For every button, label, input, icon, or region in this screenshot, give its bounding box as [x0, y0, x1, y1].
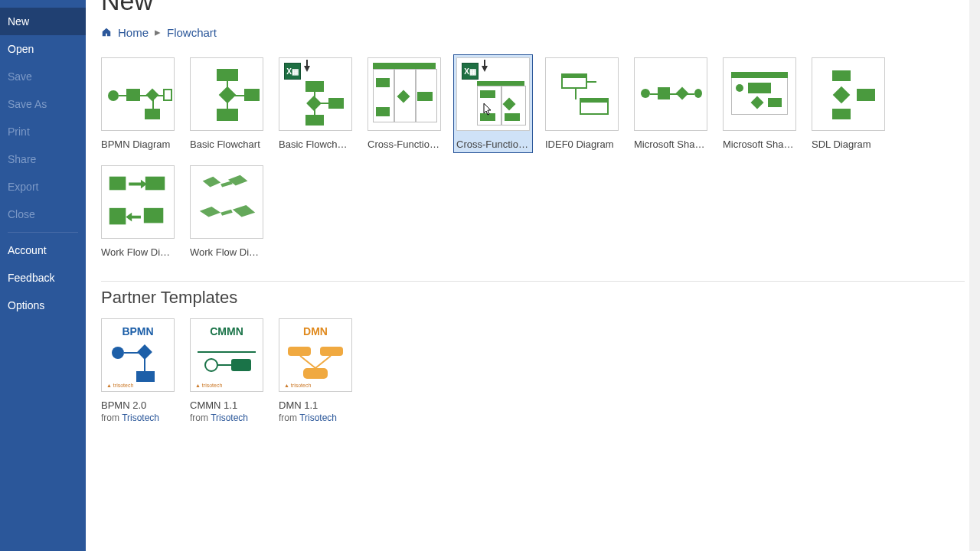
trisotech-logo: ▲ trisotech	[106, 383, 133, 388]
partner-vendor: from Trisotech	[279, 412, 352, 423]
svg-point-14	[205, 359, 217, 371]
partner-dmn[interactable]: DMN ▲ trisotech DMN 1.1 from Trisotech	[279, 318, 352, 423]
trisotech-logo: ▲ trisotech	[284, 383, 311, 388]
svg-rect-21	[303, 368, 328, 379]
template-thumb	[101, 165, 175, 239]
nav-open[interactable]: Open	[0, 35, 86, 63]
nav-feedback[interactable]: Feedback	[0, 264, 86, 292]
nav-new[interactable]: New	[0, 8, 86, 35]
svg-line-20	[300, 356, 315, 368]
import-arrow-icon	[304, 66, 310, 72]
template-thumb	[812, 57, 885, 131]
template-label: Work Flow Diagr...	[190, 246, 263, 258]
excel-icon: X▦	[284, 63, 301, 80]
svg-marker-4	[203, 177, 221, 187]
nav-label: Feedback	[8, 272, 54, 284]
nav-label: Save As	[8, 98, 47, 110]
nav-account[interactable]: Account	[0, 236, 86, 264]
nav-label: Export	[8, 181, 38, 193]
svg-rect-13	[198, 351, 256, 353]
chevron-right-icon: ▸	[155, 25, 161, 39]
vendor-link[interactable]: Trisotech	[122, 412, 159, 423]
nav-save-as: Save As	[0, 90, 86, 118]
template-thumb	[723, 57, 796, 131]
template-idef0-diagram[interactable]: IDEF0 Diagram	[545, 57, 619, 150]
template-cross-functional-data[interactable]: X▦ Cross-Functional...	[453, 54, 533, 153]
svg-point-8	[112, 347, 124, 359]
template-cross-functional[interactable]: Cross-Functional...	[368, 57, 441, 150]
template-thumb: X▦	[456, 57, 530, 131]
template-label: Microsoft Share...	[634, 139, 707, 150]
template-thumb	[368, 57, 441, 131]
excel-icon: X▦	[462, 63, 479, 80]
template-workflow-diagram-3d[interactable]: Work Flow Diagr...	[190, 165, 263, 258]
partner-thumb: DMN ▲ trisotech	[279, 318, 352, 392]
backstage-sidebar: New Open Save Save As Print Share Export…	[0, 0, 86, 551]
partner-label: DMN 1.1	[279, 399, 352, 411]
nav-share: Share	[0, 145, 86, 173]
breadcrumb-home[interactable]: Home	[118, 26, 149, 39]
template-thumb	[101, 57, 175, 131]
import-arrow-icon	[482, 66, 488, 72]
partner-bpmn[interactable]: BPMN ▲ trisotech BPMN 2.0 from Trisotech	[101, 318, 175, 423]
partner-thumb: CMMN ▲ trisotech	[190, 318, 263, 392]
template-thumb	[190, 165, 263, 239]
template-label: SDL Diagram	[812, 139, 885, 150]
svg-line-19	[315, 356, 331, 368]
partner-thumb-title: BPMN	[122, 325, 153, 337]
template-label: Microsoft Share...	[723, 139, 796, 150]
template-bpmn-diagram[interactable]: BPMN Diagram	[101, 57, 175, 150]
partner-templates-heading: Partner Templates	[101, 288, 965, 308]
nav-label: Options	[8, 299, 44, 311]
template-thumb	[545, 57, 619, 131]
main-content: New Home ▸ Flowchart BPMN Diagram	[86, 0, 980, 551]
nav-label: Close	[8, 208, 35, 220]
partner-thumb-title: DMN	[303, 325, 328, 337]
partner-templates-grid: BPMN ▲ trisotech BPMN 2.0 from Trisotech…	[101, 318, 965, 423]
template-label: BPMN Diagram	[101, 139, 175, 150]
template-label: Cross-Functional...	[368, 139, 441, 150]
template-thumb: X▦	[279, 57, 352, 131]
vendor-link[interactable]: Trisotech	[299, 412, 337, 423]
nav-label: Save	[8, 70, 32, 83]
svg-marker-7	[233, 205, 255, 217]
partner-thumb: BPMN ▲ trisotech	[101, 318, 175, 392]
partner-cmmn[interactable]: CMMN ▲ trisotech CMMN 1.1 from Trisotech	[190, 318, 263, 423]
vertical-scrollbar[interactable]	[969, 0, 980, 551]
template-sharepoint-workflow-2[interactable]: Microsoft Share...	[723, 57, 796, 150]
nav-label: New	[8, 15, 29, 28]
vendor-link[interactable]: Trisotech	[211, 412, 248, 423]
template-basic-flowchart[interactable]: Basic Flowchart	[190, 57, 263, 150]
template-label: Basic Flowchart	[190, 139, 263, 150]
template-label: Work Flow Diagr...	[101, 246, 175, 258]
page-title: New	[101, 0, 965, 16]
partner-vendor: from Trisotech	[101, 412, 175, 423]
nav-label: Print	[8, 126, 30, 138]
nav-close: Close	[0, 201, 86, 228]
template-sharepoint-workflow[interactable]: Microsoft Share...	[634, 57, 707, 150]
template-workflow-diagram[interactable]: Work Flow Diagr...	[101, 165, 175, 258]
template-thumb	[634, 57, 707, 131]
svg-rect-0	[109, 177, 126, 191]
nav-save: Save	[0, 63, 86, 90]
partner-thumb-title: CMMN	[210, 325, 243, 337]
breadcrumb-current: Flowchart	[167, 26, 217, 39]
nav-options[interactable]: Options	[0, 292, 86, 319]
nav-label: Open	[8, 43, 34, 55]
nav-label: Account	[8, 244, 47, 256]
breadcrumb: Home ▸ Flowchart	[101, 25, 965, 39]
home-icon	[101, 27, 112, 37]
svg-marker-6	[200, 207, 220, 217]
svg-rect-3	[144, 208, 163, 223]
svg-rect-1	[145, 177, 165, 191]
template-sdl-diagram[interactable]: SDL Diagram	[812, 57, 885, 150]
trisotech-logo: ▲ trisotech	[195, 383, 222, 388]
partner-vendor: from Trisotech	[190, 412, 263, 423]
template-basic-flowchart-data[interactable]: X▦ Basic Flowchart...	[279, 57, 352, 150]
nav-print: Print	[0, 118, 86, 145]
template-label: Cross-Functional...	[456, 139, 530, 150]
svg-rect-18	[320, 347, 343, 356]
svg-rect-12	[136, 371, 155, 382]
template-thumb	[190, 57, 263, 131]
partner-label: CMMN 1.1	[190, 399, 263, 411]
